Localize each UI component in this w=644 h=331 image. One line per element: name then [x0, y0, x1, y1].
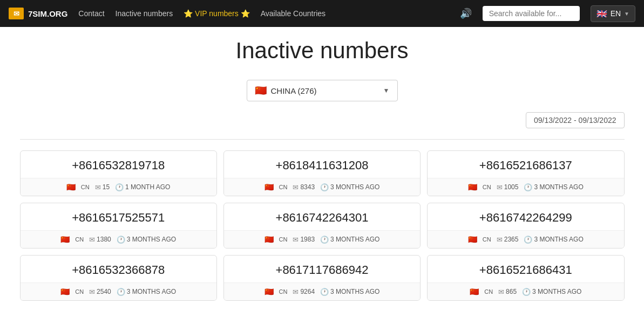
nav-inactive[interactable]: Inactive numbers [116, 9, 173, 18]
envelope-icon: ✉ [498, 288, 504, 296]
message-count-item: ✉ 9264 [293, 288, 315, 296]
number-meta: 🇨🇳 CN ✉ 865 🕐 3 MONTHS AGO [428, 283, 623, 300]
message-count: 865 [506, 288, 517, 295]
envelope-icon: ✉ [293, 183, 299, 191]
envelope-icon: ✉ [293, 288, 299, 296]
clock-icon: 🕐 [320, 236, 329, 244]
country-code: CN [279, 184, 288, 190]
number-meta: 🇨🇳 CN ✉ 9264 🕐 3 MONTHS AGO [224, 283, 420, 300]
time-ago: 1 MONTH AGO [125, 183, 170, 191]
time-ago: 3 MONTHS AGO [330, 288, 379, 295]
message-count-item: ✉ 2540 [89, 288, 111, 296]
time-ago: 3 MONTHS AGO [330, 236, 379, 243]
nav-contact[interactable]: Contact [78, 9, 104, 18]
number-meta: 🇨🇳 CN ✉ 1983 🕐 3 MONTHS AGO [224, 231, 420, 248]
number-card[interactable]: +8616532819718 🇨🇳 CN ✉ 15 🕐 1 MONTH AGO [20, 150, 217, 196]
page-title: Inactive numbers [20, 38, 625, 64]
number-card[interactable]: +8617117686942 🇨🇳 CN ✉ 9264 🕐 3 MONTHS A… [223, 255, 421, 301]
sound-icon[interactable]: 🔊 [460, 8, 472, 19]
filters-row: 🇨🇳 CHINA (276) ▼ [20, 80, 625, 101]
clock-icon: 🕐 [117, 288, 125, 296]
main-nav: ✉ 7SIM.ORG Contact Inactive numbers ⭐ VI… [0, 0, 644, 27]
time-ago: 3 MONTHS AGO [330, 183, 379, 191]
number-meta: 🇨🇳 CN ✉ 1005 🕐 3 MONTHS AGO [428, 178, 623, 196]
time-item: 🕐 3 MONTHS AGO [320, 288, 379, 296]
envelope-icon: ✉ [95, 183, 101, 191]
nav-countries[interactable]: Available Countries [261, 9, 326, 18]
logo-link[interactable]: ✉ 7SIM.ORG [9, 8, 67, 19]
message-count-item: ✉ 2365 [497, 236, 519, 244]
country-code: CN [279, 236, 288, 243]
envelope-icon: ✉ [89, 288, 95, 296]
message-count: 2540 [97, 288, 111, 295]
message-count-item: ✉ 865 [498, 288, 517, 296]
message-count: 9264 [300, 288, 315, 295]
number-meta: 🇨🇳 CN ✉ 2540 🕐 3 MONTHS AGO [21, 283, 216, 300]
country-code: CN [483, 184, 491, 190]
message-count: 8343 [300, 183, 315, 191]
message-count-item: ✉ 8343 [293, 183, 315, 191]
time-item: 🕐 3 MONTHS AGO [524, 236, 583, 244]
message-count: 2365 [504, 236, 519, 243]
chevron-down-icon: ▼ [624, 11, 629, 17]
phone-number: +8616517525571 [21, 203, 216, 231]
logo-icon: ✉ [9, 8, 24, 19]
message-count-item: ✉ 1380 [89, 236, 111, 244]
envelope-icon: ✉ [497, 183, 503, 191]
country-code: CN [484, 288, 493, 295]
phone-number: +8616532819718 [21, 151, 216, 178]
number-card[interactable]: +8616742264301 🇨🇳 CN ✉ 1983 🕐 3 MONTHS A… [223, 203, 421, 249]
message-count: 1005 [504, 183, 519, 191]
country-flag-icon: 🇨🇳 [60, 287, 70, 296]
search-input[interactable] [483, 6, 580, 21]
country-select[interactable]: 🇨🇳 CHINA (276) ▼ [247, 80, 398, 101]
number-meta: 🇨🇳 CN ✉ 1380 🕐 3 MONTHS AGO [21, 231, 216, 248]
time-ago: 3 MONTHS AGO [127, 288, 176, 295]
country-code: CN [483, 236, 491, 243]
country-label: CHINA (276) [271, 86, 317, 95]
page-content: Inactive numbers 🇨🇳 CHINA (276) ▼ 09/13/… [9, 27, 635, 312]
country-flag-icon: 🇨🇳 [60, 235, 70, 244]
number-card[interactable]: +8616742264299 🇨🇳 CN ✉ 2365 🕐 3 MONTHS A… [427, 203, 624, 249]
time-item: 🕐 1 MONTH AGO [115, 183, 170, 191]
number-meta: 🇨🇳 CN ✉ 2365 🕐 3 MONTHS AGO [428, 231, 623, 248]
clock-icon: 🕐 [524, 183, 532, 191]
phone-number: +8616742264301 [224, 203, 420, 231]
message-count: 1380 [97, 236, 111, 243]
country-code: CN [81, 184, 90, 190]
number-card[interactable]: +8616532366878 🇨🇳 CN ✉ 2540 🕐 3 MONTHS A… [20, 255, 217, 301]
number-card[interactable]: +8616521686431 🇨🇳 CN ✉ 865 🕐 3 MONTHS AG… [427, 255, 624, 301]
language-button[interactable]: 🇬🇧 EN ▼ [591, 5, 635, 22]
message-count-item: ✉ 1983 [293, 236, 315, 244]
phone-number: +8618411631208 [224, 151, 420, 178]
clock-icon: 🕐 [117, 236, 125, 244]
envelope-icon: ✉ [89, 236, 95, 244]
country-flag: 🇨🇳 [255, 85, 267, 96]
country-flag-icon: 🇨🇳 [468, 183, 477, 191]
message-count: 15 [103, 183, 110, 191]
clock-icon: 🕐 [524, 236, 532, 244]
nav-vip[interactable]: ⭐ VIP numbers ⭐ [184, 9, 249, 18]
date-row: 09/13/2022 - 09/13/2022 [20, 112, 625, 128]
country-flag-icon: 🇨🇳 [470, 287, 479, 296]
number-card[interactable]: +8618411631208 🇨🇳 CN ✉ 8343 🕐 3 MONTHS A… [223, 150, 421, 196]
time-item: 🕐 3 MONTHS AGO [522, 288, 581, 296]
time-ago: 3 MONTHS AGO [534, 236, 583, 243]
country-code: CN [75, 288, 84, 295]
country-flag-icon: 🇨🇳 [468, 235, 477, 244]
date-range-picker[interactable]: 09/13/2022 - 09/13/2022 [526, 112, 625, 128]
country-code: CN [279, 288, 288, 295]
lang-label: EN [611, 9, 621, 18]
clock-icon: 🕐 [522, 288, 531, 296]
clock-icon: 🕐 [115, 183, 124, 191]
phone-number: +8617117686942 [224, 256, 420, 283]
number-card[interactable]: +8616517525571 🇨🇳 CN ✉ 1380 🕐 3 MONTHS A… [20, 203, 217, 249]
envelope-icon: ✉ [293, 236, 299, 244]
time-item: 🕐 3 MONTHS AGO [524, 183, 583, 191]
chevron-down-icon: ▼ [383, 87, 390, 94]
number-card[interactable]: +8616521686137 🇨🇳 CN ✉ 1005 🕐 3 MONTHS A… [427, 150, 624, 196]
time-ago: 3 MONTHS AGO [127, 236, 176, 243]
logo-text: 7SIM.ORG [28, 9, 67, 18]
phone-number: +8616521686431 [428, 256, 623, 283]
country-flag-icon: 🇨🇳 [66, 183, 76, 191]
